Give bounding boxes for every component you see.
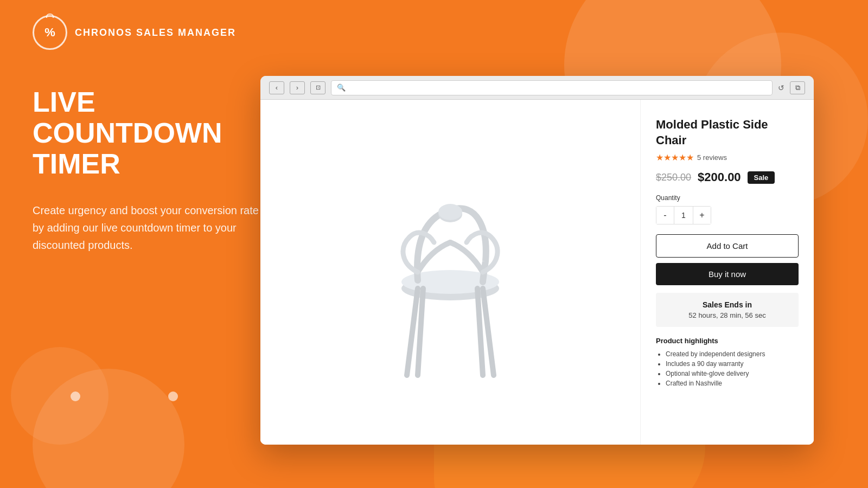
- countdown-title: Sales Ends in: [663, 300, 791, 309]
- quantity-control: - +: [656, 206, 711, 224]
- browser-chrome: ‹ › ⊡ 🔍 ↺ ⧉: [260, 76, 814, 100]
- address-bar[interactable]: 🔍: [331, 80, 773, 95]
- product-title: Molded Plastic Side Chair: [656, 117, 799, 148]
- review-count: 5 reviews: [697, 153, 727, 162]
- refresh-icon[interactable]: ↺: [778, 84, 784, 92]
- sale-price: $200.00: [698, 170, 741, 184]
- logo-icon: [33, 15, 67, 50]
- back-button[interactable]: ‹: [269, 81, 284, 94]
- product-highlights-list: Created by independent designersIncludes…: [656, 350, 799, 387]
- tab-button[interactable]: ⊡: [310, 81, 326, 94]
- buy-now-button[interactable]: Buy it now: [656, 263, 799, 285]
- countdown-box: Sales Ends in 52 hours, 28 min, 56 sec: [656, 293, 799, 327]
- rating-stars: ★★★★★: [656, 152, 694, 163]
- product-image: [369, 164, 532, 381]
- clock-icon: [46, 14, 54, 18]
- headline-line2: TIMER: [33, 148, 120, 179]
- bg-blob-4: [11, 347, 108, 445]
- product-pricing: $250.00 $200.00 Sale: [656, 170, 799, 184]
- sale-badge: Sale: [748, 171, 775, 184]
- countdown-time: 52 hours, 28 min, 56 sec: [663, 311, 791, 319]
- product-details: Molded Plastic Side Chair ★★★★★ 5 review…: [640, 100, 814, 445]
- quantity-minus-button[interactable]: -: [656, 207, 674, 224]
- decorative-dot-1: [71, 391, 80, 401]
- forward-icon: ›: [296, 84, 298, 92]
- highlight-item: Crafted in Nashville: [666, 380, 799, 387]
- back-icon: ‹: [276, 84, 278, 92]
- highlight-item: Includes a 90 day warranty: [666, 360, 799, 368]
- decorative-dot-2: [168, 391, 178, 401]
- product-rating: ★★★★★ 5 reviews: [656, 152, 799, 163]
- tab-icon: ⊡: [316, 84, 321, 91]
- headline-line1: LIVE COUNTDOWN: [33, 86, 222, 149]
- header: CHRONOS SALES MANAGER: [33, 15, 236, 50]
- product-highlights-title: Product highlights: [656, 337, 799, 345]
- copy-icon: ⧉: [795, 84, 800, 92]
- add-to-cart-button[interactable]: Add to Cart: [656, 234, 799, 258]
- product-image-area: [260, 100, 640, 445]
- browser-window: ‹ › ⊡ 🔍 ↺ ⧉: [260, 76, 814, 445]
- quantity-label: Quantity: [656, 194, 799, 202]
- brand-name: CHRONOS SALES MANAGER: [75, 27, 236, 38]
- highlight-item: Created by independent designers: [666, 350, 799, 358]
- left-content: LIVE COUNTDOWN TIMER Create urgency and …: [33, 87, 260, 254]
- headline: LIVE COUNTDOWN TIMER: [33, 87, 260, 180]
- quantity-plus-button[interactable]: +: [693, 207, 711, 224]
- copy-button[interactable]: ⧉: [790, 81, 805, 94]
- original-price: $250.00: [656, 172, 691, 183]
- description: Create urgency and boost your conversion…: [33, 202, 260, 254]
- highlight-item: Optional white-glove delivery: [666, 370, 799, 377]
- svg-point-7: [438, 204, 462, 220]
- forward-button[interactable]: ›: [290, 81, 305, 94]
- browser-content: Molded Plastic Side Chair ★★★★★ 5 review…: [260, 100, 814, 445]
- search-icon: 🔍: [337, 84, 346, 92]
- quantity-input[interactable]: [674, 207, 693, 224]
